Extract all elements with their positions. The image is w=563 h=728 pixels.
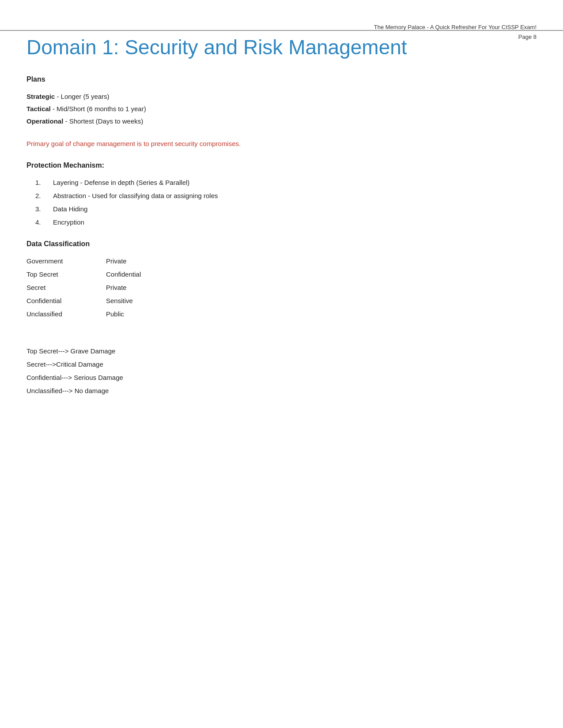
classification-col1: Top Secret	[26, 269, 106, 280]
classification-table: Government Private Top Secret Confidenti…	[26, 256, 537, 319]
list-text-3: Data Hiding	[53, 204, 537, 214]
classification-row: Secret Private	[26, 282, 537, 293]
classification-col1-unclassified: Unclassified	[26, 309, 106, 319]
plan-item-tactical: Tactical - Mid/Short (6 months to 1 year…	[26, 104, 537, 114]
plan-operational-label: Operational	[26, 117, 63, 125]
classification-col2-public: Public	[106, 309, 194, 319]
list-number-2: 2.	[26, 191, 53, 201]
plan-item-strategic: Strategic - Longer (5 years)	[26, 91, 537, 102]
page-wrapper: The Memory Palace - A Quick Refresher Fo…	[0, 22, 563, 728]
damage-item-secret: Secret--->Critical Damage	[26, 359, 537, 370]
classification-col1: Government	[26, 256, 106, 266]
list-text-4: Encryption	[53, 217, 537, 228]
classification-row: Government Private	[26, 256, 537, 266]
list-item: 1. Layering - Defense in depth (Series &…	[26, 177, 537, 188]
plans-section: Plans Strategic - Longer (5 years) Tacti…	[26, 75, 537, 127]
classification-row: Unclassified Public	[26, 309, 537, 319]
list-number-1: 1.	[26, 177, 53, 188]
content-area: Domain 1: Security and Risk Management P…	[26, 22, 537, 396]
data-classification-heading: Data Classification	[26, 240, 537, 248]
classification-col1: Confidential	[26, 296, 106, 306]
list-text-2: Abstraction - Used for classifying data …	[53, 191, 537, 201]
data-classification-section: Data Classification Government Private T…	[26, 240, 537, 319]
plan-strategic-label: Strategic	[26, 93, 55, 100]
classification-col2: Sensitive	[106, 296, 194, 306]
damage-section: Top Secret---> Grave Damage Secret--->Cr…	[26, 346, 537, 396]
plans-heading: Plans	[26, 75, 537, 83]
plan-tactical-text: - Mid/Short (6 months to 1 year)	[53, 105, 146, 113]
damage-item-topsecret: Top Secret---> Grave Damage	[26, 346, 537, 356]
list-item: 4. Encryption	[26, 217, 537, 228]
domain-title: Domain 1: Security and Risk Management	[26, 35, 537, 60]
classification-col2: Confidential	[106, 269, 194, 280]
list-item: 2. Abstraction - Used for classifying da…	[26, 191, 537, 201]
damage-item-confidential: Confidential---> Serious Damage	[26, 372, 537, 383]
list-item: 3. Data Hiding	[26, 204, 537, 214]
list-number-4: 4.	[26, 217, 53, 228]
classification-col1: Secret	[26, 282, 106, 293]
classification-col2: Private	[106, 282, 194, 293]
protection-list: 1. Layering - Defense in depth (Series &…	[26, 177, 537, 228]
list-text-1: Layering - Defense in depth (Series & Pa…	[53, 177, 537, 188]
classification-row: Confidential Sensitive	[26, 296, 537, 306]
classification-col2: Private	[106, 256, 194, 266]
protection-heading: Protection Mechanism:	[26, 161, 537, 169]
highlight-text: Primary goal of change management is to …	[26, 139, 537, 149]
header-title: The Memory Palace - A Quick Refresher Fo…	[374, 24, 537, 30]
plan-tactical-label: Tactical	[26, 105, 51, 113]
plan-operational-text: - Shortest (Days to weeks)	[65, 117, 144, 125]
protection-section: Protection Mechanism: 1. Layering - Defe…	[26, 161, 537, 228]
list-number-3: 3.	[26, 204, 53, 214]
classification-row: Top Secret Confidential	[26, 269, 537, 280]
page-number: Page 8	[518, 34, 537, 40]
plan-item-operational: Operational - Shortest (Days to weeks)	[26, 116, 537, 127]
damage-item-unclassified: Unclassified---> No damage	[26, 386, 537, 396]
plan-strategic-text: - Longer (5 years)	[57, 93, 109, 100]
